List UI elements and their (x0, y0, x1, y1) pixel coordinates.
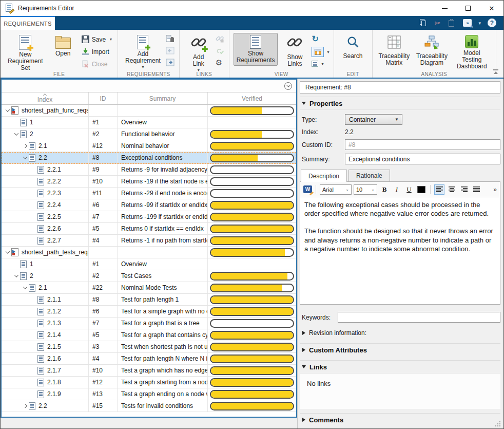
bold-button[interactable]: B (379, 184, 390, 195)
table-row[interactable]: 2.1.5#3Test when shortest path is not un… (2, 341, 296, 353)
keywords-input[interactable] (338, 312, 500, 323)
table-row[interactable]: 1#1Overview (2, 258, 296, 270)
font-size-select[interactable]: 10⌄ (354, 184, 377, 195)
import-button[interactable]: Import (80, 46, 113, 57)
table-row[interactable]: 2#2Functional behavior (2, 128, 296, 140)
demote-requirement-icon[interactable] (166, 59, 175, 67)
columns-dropdown-caret[interactable]: ▾ (327, 50, 329, 54)
table-row[interactable]: shortest_path_func_reqs (2, 105, 296, 117)
save-button[interactable]: Save▾ (80, 34, 113, 45)
traceability-matrix-button[interactable]: Traceability Matrix (377, 33, 412, 68)
table-row[interactable]: 2.1.3#7Test for a graph that is a tree (2, 318, 296, 329)
properties-section-header[interactable]: Properties (300, 97, 500, 109)
revision-information-header[interactable]: Revision information: (300, 327, 500, 339)
table-row[interactable]: 2.2.1#9Returns -9 for invalid adjacency … (2, 164, 296, 176)
word-edit-icon[interactable]: W (303, 185, 312, 193)
traceability-diagram-button[interactable]: Traceability Diagram (414, 33, 450, 68)
column-header-verified[interactable]: Verified (208, 92, 296, 104)
save-dropdown-caret[interactable]: ▾ (110, 37, 112, 42)
table-row[interactable]: 2.1#12Nominal behavior (2, 140, 296, 152)
expander-open-icon[interactable] (4, 109, 11, 112)
expander-closed-icon[interactable] (21, 144, 29, 147)
table-row[interactable]: 2.1.7#10Test a graph which has no edges (2, 365, 296, 377)
tab-requirements[interactable]: REQUIREMENTS (1, 16, 55, 30)
table-row[interactable]: 2.1.8#12Test a graph starting from a nod… (2, 377, 296, 388)
align-right-button[interactable] (459, 184, 469, 195)
maximize-button[interactable] (456, 1, 480, 16)
expander-open-icon[interactable] (21, 286, 29, 289)
column-header-id[interactable]: ID (89, 92, 118, 104)
expander-open-icon[interactable] (21, 156, 29, 159)
close-button[interactable]: ✕ (480, 1, 503, 16)
align-left-button[interactable] (434, 184, 444, 195)
verified-progress-bar (210, 165, 294, 174)
tab-description[interactable]: Description (301, 170, 347, 182)
show-requirements-button[interactable]: Show Requirements (234, 33, 278, 66)
table-row[interactable]: 2.1.4#5Test for a graph that contains cy… (2, 329, 296, 341)
custom-attributes-header[interactable]: Custom Attributes (300, 344, 500, 356)
add-link-button[interactable]: Add Link ▾ (184, 33, 214, 74)
columns-dropdown[interactable] (312, 47, 324, 57)
collapse-ribbon-icon[interactable] (492, 69, 499, 74)
shortcuts-icon[interactable]: » (463, 19, 472, 27)
table-row[interactable]: 2.2.3#11Returns -29 if end node is encod… (2, 188, 296, 199)
table-row[interactable]: 2.2.2#10Returns -19 if the start node is… (2, 176, 296, 188)
tab-rationale[interactable]: Rationale (348, 170, 390, 181)
links-section-header[interactable]: Links (300, 361, 500, 373)
italic-button[interactable]: I (392, 184, 402, 195)
minimize-button[interactable] (433, 1, 456, 16)
add-requirement-dropdown-caret[interactable]: ▾ (142, 65, 144, 69)
show-links-button[interactable]: Show Links (280, 33, 309, 69)
paste-icon[interactable] (447, 19, 456, 27)
expander-open-icon[interactable] (4, 251, 11, 254)
copy-icon[interactable] (419, 19, 428, 27)
table-row[interactable]: 2.1.6#4Test for path length N where N is… (2, 353, 296, 365)
search-button[interactable]: Search (338, 33, 368, 62)
table-row[interactable]: 1#1Overview (2, 117, 296, 128)
expander-closed-icon[interactable] (21, 404, 29, 407)
summary-input[interactable] (345, 154, 500, 164)
refresh-icon[interactable]: ↻ (312, 35, 329, 43)
table-row[interactable]: shortest_path_tests_reqs (2, 247, 296, 258)
cut-icon[interactable]: ✂ (435, 19, 441, 27)
add-requirement-button[interactable]: Add Requirement ▾ (122, 33, 164, 71)
row-details-dropdown-caret[interactable]: ▾ (321, 62, 323, 66)
table-row[interactable]: 2.1#22Nominal Mode Tests (2, 282, 296, 294)
delete-requirement-icon[interactable] (166, 35, 175, 43)
table-row[interactable]: 2.2#8Exceptional conditions (2, 152, 296, 164)
export-button[interactable]: Export ▾ (500, 33, 504, 63)
comments-section-header[interactable]: Comments (300, 414, 500, 426)
table-row[interactable]: 2.2.7#4Returns -1 if no path from startI… (2, 235, 296, 247)
link-settings-icon[interactable]: ⚙ (216, 59, 225, 67)
resize-grip[interactable] (495, 421, 500, 426)
table-row[interactable]: 2.1.1#8Test for path length 1 (2, 294, 296, 306)
table-row[interactable]: 2.2#15Tests for invalid conditions (2, 400, 296, 412)
pane-collapse-icon[interactable] (284, 82, 292, 90)
underline-button[interactable]: U (404, 184, 414, 195)
table-row[interactable]: 2.2.4#6Returns -99 if startIdx or endIdx… (2, 199, 296, 211)
table-row[interactable]: 2.1.2#6Test for a simple graph with no c… (2, 306, 296, 318)
model-testing-dashboard-button[interactable]: Model Testing Dashboard (452, 33, 492, 72)
font-color-swatch[interactable] (417, 186, 425, 193)
custom-id-input[interactable] (345, 139, 500, 150)
table-row[interactable]: 2#2Test Cases (2, 270, 296, 282)
description-text[interactable]: The following exceptional cases should b… (300, 197, 500, 304)
shortcuts-dropdown-caret[interactable]: ▾ (478, 21, 481, 26)
align-justify-button[interactable] (471, 184, 481, 195)
font-family-select[interactable]: Arial⌄ (320, 184, 352, 195)
new-requirement-set-button[interactable]: New Requirement Set (5, 33, 46, 73)
help-icon[interactable]: ? (488, 18, 496, 27)
column-header-index[interactable]: Index (2, 92, 89, 104)
table-row[interactable]: 2.2.5#7Returns -199 if startIdx or endId… (2, 211, 296, 223)
expander-open-icon[interactable] (12, 133, 20, 136)
table-row[interactable]: 2.1.9#13Test a graph ending on a node wi… (2, 388, 296, 400)
toolbar-overflow-icon[interactable]: » (493, 186, 497, 193)
type-dropdown[interactable]: Container▼ (345, 114, 402, 125)
column-header-summary[interactable]: Summary (118, 92, 208, 104)
open-button[interactable]: Open (48, 33, 78, 59)
row-details-icon[interactable] (312, 61, 318, 67)
row-id-cell: #6 (89, 199, 118, 211)
align-center-button[interactable] (447, 184, 457, 195)
expander-open-icon[interactable] (12, 274, 20, 277)
table-row[interactable]: 2.2.6#5Returns 0 if startIdx == endIdx (2, 223, 296, 235)
